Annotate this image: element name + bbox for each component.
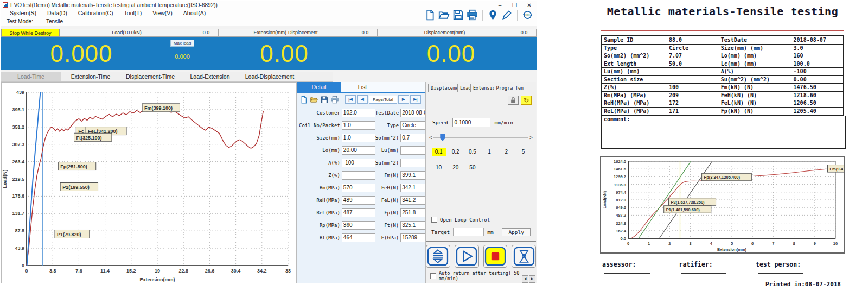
record-nav: |◀ ◀ Page/Total ▶ ▶| — [345, 95, 421, 104]
target-input[interactable] — [453, 228, 484, 236]
stop-test-button[interactable] — [483, 245, 508, 268]
field-label: So(mm^2) — [375, 135, 400, 141]
curve-tab[interactable]: Load-Extension — [180, 72, 240, 81]
slider-thumb[interactable] — [440, 134, 445, 141]
tab-scroll-left-icon[interactable]: ◀ — [522, 275, 528, 283]
cell-value-1: 88.0 — [667, 36, 719, 44]
detail-tab[interactable]: Detail — [297, 82, 341, 92]
field-input[interactable]: 1.0 — [342, 134, 375, 142]
speed-preset[interactable]: 2 — [499, 148, 513, 156]
new-record-icon[interactable] — [299, 96, 308, 104]
svg-text:15.2: 15.2 — [126, 268, 136, 274]
auto-return-label: Auto return after testing( 50 mm/min) — [439, 270, 532, 281]
curve-tab[interactable]: Load-Displacement — [240, 72, 299, 81]
field-input[interactable]: 464 — [342, 233, 375, 242]
menu-item[interactable]: System(S) — [4, 10, 42, 16]
open-file-icon[interactable] — [438, 9, 450, 21]
slider-right-arrow-icon[interactable]: > — [528, 135, 534, 141]
menu-item[interactable]: Data(D) — [42, 10, 73, 16]
speed-preset[interactable]: 0.1 — [432, 148, 446, 156]
close-button[interactable]: ✕ — [522, 2, 537, 9]
speed-input[interactable]: 0.1000 — [452, 118, 490, 127]
menu-item[interactable]: About(A) — [178, 10, 211, 16]
stop-icon — [484, 247, 506, 266]
field-label: Fm(N) — [375, 173, 400, 178]
first-page-button[interactable]: |◀ — [345, 95, 356, 104]
menu-item[interactable]: View(V) — [147, 10, 178, 16]
auto-return-checkbox[interactable] — [430, 273, 436, 279]
svg-text:1: 1 — [648, 241, 650, 246]
print-icon[interactable] — [467, 9, 478, 21]
next-page-button[interactable]: ▶ — [398, 95, 409, 104]
table-row: Type Circle Size(mm) (mm) 3.0 — [602, 44, 844, 52]
maximize-button[interactable]: ❐ — [507, 2, 522, 9]
field-input[interactable]: -100 — [342, 159, 375, 167]
svg-text:10: 10 — [833, 241, 838, 246]
field-input[interactable]: 489 — [342, 196, 375, 205]
print-record-icon[interactable] — [330, 96, 339, 104]
prev-page-button[interactable]: ◀ — [357, 95, 368, 104]
start-test-button[interactable] — [455, 245, 479, 268]
speed-preset[interactable]: 10 — [432, 163, 446, 172]
save-record-icon[interactable] — [320, 96, 329, 104]
report-chart-frame: 0.0162.4324.8487.2649.6812.0974.41136.81… — [600, 156, 845, 254]
control-tab[interactable]: Program — [494, 84, 513, 92]
curve-tab[interactable]: Load-Time — [1, 72, 61, 81]
lock-button[interactable] — [508, 96, 519, 105]
cell-value-1: 209 — [667, 91, 719, 99]
menu-item[interactable]: Tool(T) — [119, 10, 148, 16]
speed-preset[interactable]: 1 — [482, 148, 496, 156]
control-tab[interactable]: Ten — [513, 84, 524, 92]
slider-track[interactable] — [433, 137, 528, 138]
field-input[interactable]: 102.0 — [342, 109, 375, 117]
return-button[interactable] — [512, 245, 536, 268]
extension-readout: 0.00 — [203, 40, 366, 67]
speed-row: Speed 0.1000 mm/min — [432, 118, 529, 127]
signature-row: assessor: ratifier: test person: — [602, 261, 843, 276]
speed-preset[interactable]: 20 — [449, 163, 463, 172]
detail-field: Rt(MPa) 464 — [299, 233, 375, 242]
minimize-button[interactable]: – — [493, 2, 507, 9]
control-tab[interactable]: Load — [458, 84, 471, 92]
detail-tab[interactable]: List — [341, 82, 384, 92]
open-record-icon[interactable] — [310, 96, 318, 104]
field-input[interactable]: 570 — [342, 184, 375, 192]
indicator-cell: Displacement(mm) 0.0 — [378, 29, 537, 37]
signature-line — [758, 268, 803, 274]
field-input[interactable]: 1.0 — [342, 121, 375, 130]
save-file-icon[interactable] — [452, 9, 464, 21]
detail-field: A(%) -100 — [299, 158, 375, 167]
jog-button[interactable] — [426, 245, 450, 268]
field-input[interactable] — [342, 171, 375, 180]
cell-value-2: -100 — [792, 68, 844, 76]
probe-position-icon[interactable] — [487, 9, 499, 21]
last-page-button[interactable]: ▶| — [410, 95, 421, 104]
cell-label-2: Size(mm) (mm) — [719, 44, 792, 52]
control-tab[interactable]: Extension — [471, 84, 494, 92]
new-file-icon[interactable] — [424, 9, 436, 21]
apply-button[interactable]: Apply — [502, 228, 531, 236]
speed-preset[interactable]: 50 — [465, 163, 480, 172]
reset-zero-icon[interactable]: 00 — [522, 9, 533, 21]
cycle-reset-button[interactable]: ↻ — [521, 96, 532, 105]
svg-text:Ft(325.100): Ft(325.100) — [76, 135, 102, 141]
curve-tab[interactable]: Displacement-Time — [120, 72, 180, 81]
cell-value-1: 7.07 — [667, 52, 719, 60]
field-label: Type — [375, 123, 400, 128]
curve-tab[interactable]: Extension-Time — [61, 72, 120, 81]
svg-text:1136.8: 1136.8 — [614, 182, 626, 187]
table-row: Rm(MPa) (MPa) 209 FeH(kN) (N) 1218.60 — [602, 91, 844, 99]
detail-field: Rm(MPa) 570 — [299, 183, 375, 192]
edit-pencil-icon[interactable] — [501, 9, 513, 21]
slider-left-arrow-icon[interactable]: < — [428, 135, 433, 141]
field-input[interactable]: 487 — [342, 208, 375, 217]
speed-preset[interactable]: 5 — [516, 148, 530, 156]
menu-item[interactable]: Calibration(C) — [73, 10, 119, 16]
field-input[interactable]: 360 — [342, 221, 375, 230]
control-tab[interactable]: Displacement — [428, 84, 458, 92]
speed-preset[interactable]: 0.2 — [449, 148, 463, 156]
open-loop-checkbox[interactable] — [431, 217, 437, 223]
speed-preset[interactable]: 0.5 — [465, 148, 480, 156]
field-input[interactable]: 20.00 — [342, 146, 375, 155]
tab-scroll-right-icon[interactable]: ▶ — [529, 275, 535, 283]
